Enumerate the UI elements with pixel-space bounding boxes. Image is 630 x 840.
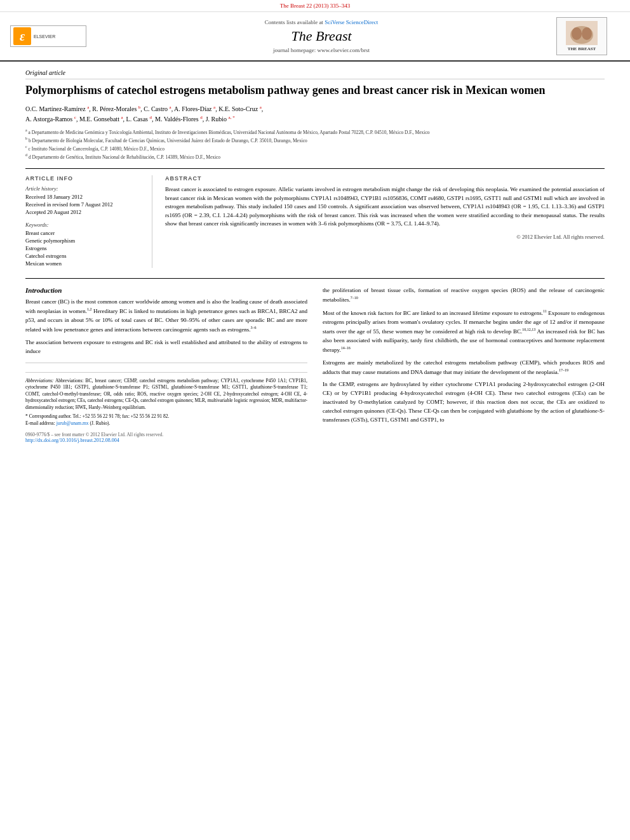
body-left-column: Introduction Breast cancer (BC) is the m… xyxy=(25,286,307,443)
right-paragraph-2: Most of the known risk factors for BC ar… xyxy=(323,309,605,355)
footnote-section: Abbreviations: Abbreviations: BC, breast… xyxy=(25,363,307,427)
received-revised: Received in revised form 7 August 2012 xyxy=(25,201,142,208)
elsevier-name: ELSEVIER xyxy=(34,34,55,39)
breast-logo-image xyxy=(566,21,598,45)
issn-line: 0960-9776/$ – see front matter © 2012 El… xyxy=(25,432,307,437)
received-date: Received 18 January 2012 xyxy=(25,194,142,200)
accepted-date: Accepted 20 August 2012 xyxy=(25,209,142,215)
right-paragraph-1: the proliferation of breast tissue cells… xyxy=(323,286,605,305)
authors: O.C. Martínez-Ramírez a, R. Pérez-Morale… xyxy=(25,104,605,124)
journal-title: The Breast xyxy=(86,28,556,44)
elsevier-logo-area: ε ELSEVIER xyxy=(10,25,86,47)
keyword-2: Genetic polymorphism xyxy=(25,237,142,244)
affiliation-d: d d Departamento de Genética, Instituto … xyxy=(25,152,605,161)
keyword-1: Breast cancer xyxy=(25,230,142,236)
email-line: E-mail address: jurub@unam.mx (J. Rubio)… xyxy=(25,420,307,427)
body-content: Introduction Breast cancer (BC) is the m… xyxy=(25,278,605,443)
right-paragraph-3: Estrogens are mainly metabolized by the … xyxy=(323,359,605,377)
elsevier-logo: ε ELSEVIER xyxy=(10,25,86,47)
svg-point-3 xyxy=(582,27,592,40)
abbreviations-text: Abbreviations: Abbreviations: BC, breast… xyxy=(25,378,307,411)
doi-section: 0960-9776/$ – see front matter © 2012 El… xyxy=(25,432,307,443)
email-link[interactable]: jurub@unam.mx xyxy=(57,420,89,426)
keywords-section: Keywords: Breast cancer Genetic polymorp… xyxy=(25,222,142,267)
article-info-column: ARTICLE INFO Article history: Received 1… xyxy=(25,175,152,268)
body-right-column: the proliferation of breast tissue cells… xyxy=(323,286,605,443)
article-type: Original article xyxy=(25,69,605,79)
article-info-abstract: ARTICLE INFO Article history: Received 1… xyxy=(25,168,605,268)
abstract-column: ABSTRACT Breast cancer is associated to … xyxy=(165,175,605,268)
history-label: Article history: xyxy=(25,185,142,192)
doi-link[interactable]: http://dx.doi.org/10.1016/j.breast.2012.… xyxy=(25,437,119,443)
journal-logo-area: THE BREAST xyxy=(556,17,620,55)
journal-homepage: journal homepage: www.elsevier.com/brst xyxy=(86,47,556,53)
keyword-3: Estrogens xyxy=(25,245,142,251)
keyword-5: Mexican women xyxy=(25,260,142,267)
citation-bar: The Breast 22 (2013) 335–343 xyxy=(0,0,630,12)
corresponding-author: * Corresponding author. Tel.: +52 55 56 … xyxy=(25,413,307,420)
sciverse-line: Contents lists available at SciVerse Sci… xyxy=(86,19,556,25)
introduction-title: Introduction xyxy=(25,286,307,294)
footnote-separator xyxy=(25,372,307,373)
doi-link-line: http://dx.doi.org/10.1016/j.breast.2012.… xyxy=(25,437,307,443)
breast-logo-text: THE BREAST xyxy=(568,46,596,51)
abstract-title: ABSTRACT xyxy=(165,175,605,182)
right-paragraph-4: In the CEMP, estrogens are hydroxylated … xyxy=(323,380,605,425)
sciverse-link[interactable]: SciVerse ScienceDirect xyxy=(325,19,378,25)
affiliation-a: a a Departamento de Medicina Genómica y … xyxy=(25,128,605,136)
keywords-label: Keywords: xyxy=(25,222,142,228)
journal-header: ε ELSEVIER Contents lists available at S… xyxy=(0,12,630,62)
intro-paragraph-1: Breast cancer (BC) is the most common ca… xyxy=(25,298,307,335)
affiliation-b: b b Departamento de Biología Molecular, … xyxy=(25,136,605,144)
main-content: Original article Polymorphisms of catech… xyxy=(0,62,630,451)
copyright-line: © 2012 Elsevier Ltd. All rights reserved… xyxy=(165,234,605,240)
svg-point-2 xyxy=(572,27,582,40)
citation-text: The Breast 22 (2013) 335–343 xyxy=(280,3,350,9)
affiliations: a a Departamento de Medicina Genómica y … xyxy=(25,128,605,161)
intro-paragraph-2: The association between exposure to estr… xyxy=(25,338,307,356)
breast-logo: THE BREAST xyxy=(556,17,607,55)
article-info-title: ARTICLE INFO xyxy=(25,175,142,182)
article-title: Polymorphisms of catechol estrogens meta… xyxy=(25,83,605,98)
abstract-text: Breast cancer is associated to estrogen … xyxy=(165,185,605,229)
affiliation-c: c c Instituto Nacional de Cancerología, … xyxy=(25,144,605,152)
keyword-4: Catechol estrogens xyxy=(25,253,142,259)
journal-header-center: Contents lists available at SciVerse Sci… xyxy=(86,19,556,53)
